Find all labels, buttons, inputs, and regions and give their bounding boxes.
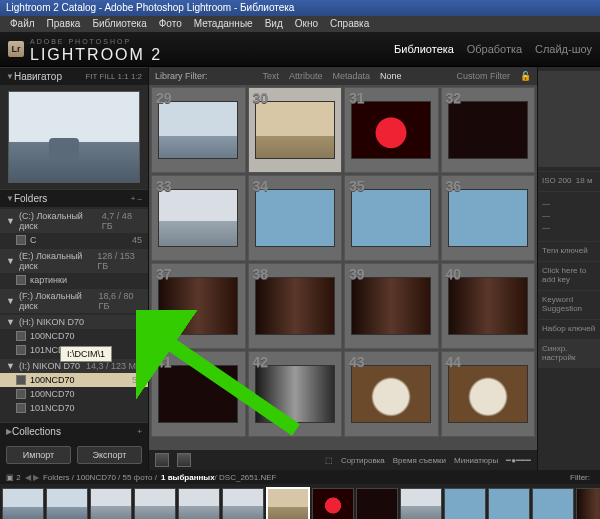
filmstrip-cell[interactable] (134, 488, 176, 519)
grid-cell[interactable]: 35 (344, 175, 439, 261)
grid-cell[interactable]: 41 (151, 351, 246, 437)
status-path: Folders / 100NCD70 / 55 фото / (43, 473, 157, 482)
grid-cell[interactable]: 30 (248, 87, 343, 173)
grid-cell[interactable]: 33 (151, 175, 246, 261)
filmstrip-cell[interactable] (222, 488, 264, 519)
plus-icon[interactable]: + (137, 427, 142, 436)
menu-item[interactable]: Справка (324, 16, 375, 32)
histogram (538, 71, 600, 167)
disk-row[interactable]: ▼(F:) Локальный диск18,6 / 80 ГБ (0, 289, 148, 313)
quick-develop-panel[interactable]: ——— (538, 191, 600, 241)
chevron-down-icon: ▼ (6, 194, 14, 203)
painter-icon[interactable]: ⬚ (325, 456, 333, 465)
module-slideshow[interactable]: Слайд-шоу (535, 43, 592, 55)
collections-header[interactable]: ▶ Collections + (0, 422, 148, 440)
filmstrip-cell[interactable] (532, 488, 574, 519)
folder-row[interactable]: 100NCD70 (0, 387, 148, 401)
filmstrip-cell[interactable] (400, 488, 442, 519)
navigator-title: Навигатор (14, 71, 62, 82)
grid-cell[interactable]: 43 (344, 351, 439, 437)
lock-icon[interactable]: 🔓 (520, 71, 531, 81)
grid-cell[interactable]: 38 (248, 263, 343, 349)
disk-row[interactable]: ▼(E:) Локальный диск128 / 153 ГБ (0, 249, 148, 273)
module-library[interactable]: Библиотека (394, 43, 454, 55)
left-panel: ▼ Навигатор FIT FILL 1:1 1:2 ▼ Folders +… (0, 67, 149, 470)
navigator-header[interactable]: ▼ Навигатор FIT FILL 1:1 1:2 (0, 67, 148, 85)
filmstrip-cell[interactable] (312, 488, 354, 519)
grid-toolbar: ⬚ Сортировка Время съемки Миниатюры ━●━━… (149, 450, 537, 470)
menu-item[interactable]: Правка (41, 16, 87, 32)
keyword-tags-header[interactable]: Теги ключей (538, 241, 600, 261)
exif-summary: ISO 200 18 м (538, 171, 600, 191)
filmstrip-cell[interactable] (266, 487, 310, 519)
disk-row[interactable]: ▼(C:) Локальный диск4,7 / 48 ГБ (0, 209, 148, 233)
grid-cell[interactable]: 36 (441, 175, 536, 261)
folders-tree: ▼(C:) Локальный диск4,7 / 48 ГБC45▼(E:) … (0, 207, 148, 422)
filmstrip-cell[interactable] (46, 488, 88, 519)
brand-bar: Lr ADOBE PHOTOSHOP LIGHTROOM 2 Библиотек… (0, 32, 600, 67)
filmstrip-cell[interactable] (444, 488, 486, 519)
grid-cell[interactable]: 32 (441, 87, 536, 173)
menu-item[interactable]: Фото (153, 16, 188, 32)
filmstrip-cell[interactable] (576, 488, 600, 519)
collections-title: Collections (12, 426, 61, 437)
filter-tab-attribute[interactable]: Attribute (289, 71, 323, 81)
folders-title: Folders (14, 193, 47, 204)
content-area: Library Filter: Text Attribute Metadata … (149, 67, 537, 470)
filter-label: Filter: (570, 473, 590, 482)
navigator-preview[interactable] (8, 91, 140, 183)
folder-row[interactable]: 100NCD70 (0, 329, 148, 343)
menu-item[interactable]: Метаданные (188, 16, 259, 32)
thumbnail-size-slider[interactable]: ━●━━━ (506, 456, 531, 465)
export-button[interactable]: Экспорт (77, 446, 142, 464)
filter-tab-metadata[interactable]: Metadata (333, 71, 371, 81)
lightroom-icon: Lr (8, 41, 24, 57)
module-picker: Библиотека Обработка Слайд-шоу (384, 43, 592, 55)
plus-minus-icon[interactable]: + – (131, 194, 142, 203)
filmstrip-cell[interactable] (178, 488, 220, 519)
loupe-view-icon[interactable] (177, 453, 191, 467)
disk-row[interactable]: ▼(H:) NIKON D70 (0, 315, 148, 329)
grid-cell[interactable]: 37 (151, 263, 246, 349)
filmstrip-cell[interactable] (488, 488, 530, 519)
import-button[interactable]: Импорт (6, 446, 71, 464)
folder-row[interactable]: 100NCD7055 (0, 373, 148, 387)
keyword-set-header[interactable]: Набор ключей (538, 319, 600, 339)
grid-cell[interactable]: 42 (248, 351, 343, 437)
grid-view-icon[interactable] (155, 453, 169, 467)
menubar: Файл Правка Библиотека Фото Метаданные В… (0, 16, 600, 32)
filter-tab-text[interactable]: Text (262, 71, 279, 81)
custom-filter-dropdown[interactable]: Custom Filter (456, 71, 510, 81)
right-panel: ISO 200 18 м ——— Теги ключей Click here … (537, 67, 600, 470)
folders-header[interactable]: ▼ Folders + – (0, 189, 148, 207)
grid-cell[interactable]: 29 (151, 87, 246, 173)
folder-row[interactable]: C45 (0, 233, 148, 247)
filmstrip[interactable] (0, 484, 600, 519)
module-develop[interactable]: Обработка (467, 43, 522, 55)
menu-item[interactable]: Окно (289, 16, 324, 32)
menu-item[interactable]: Файл (4, 16, 41, 32)
status-bar: ▣ 2 ◀ ▶ Folders / 100NCD70 / 55 фото / 1… (0, 470, 600, 484)
sort-label: Сортировка (341, 456, 385, 465)
keyword-suggestions-header[interactable]: Keyword Suggestion (538, 290, 600, 319)
folder-row[interactable]: картинки (0, 273, 148, 287)
filmstrip-cell[interactable] (2, 488, 44, 519)
brand-small: ADOBE PHOTOSHOP (30, 38, 131, 45)
sort-dropdown[interactable]: Время съемки (393, 456, 446, 465)
grid-cell[interactable]: 44 (441, 351, 536, 437)
filter-tab-none[interactable]: None (380, 71, 402, 81)
grid-cell[interactable]: 31 (344, 87, 439, 173)
status-filename: / DSC_2651.NEF (215, 473, 277, 482)
filmstrip-cell[interactable] (356, 488, 398, 519)
menu-item[interactable]: Вид (259, 16, 289, 32)
second-window-icon[interactable]: ▣ 2 (6, 473, 21, 482)
menu-item[interactable]: Библиотека (86, 16, 152, 32)
keyword-hint[interactable]: Click here to add key (538, 261, 600, 290)
window-titlebar: Lightroom 2 Catalog - Adobe Photoshop Li… (0, 0, 600, 16)
sync-settings-button[interactable]: Синхр. настройк (538, 339, 600, 368)
filmstrip-cell[interactable] (90, 488, 132, 519)
grid-cell[interactable]: 40 (441, 263, 536, 349)
folder-row[interactable]: 101NCD70 (0, 401, 148, 415)
grid-cell[interactable]: 39 (344, 263, 439, 349)
grid-cell[interactable]: 34 (248, 175, 343, 261)
